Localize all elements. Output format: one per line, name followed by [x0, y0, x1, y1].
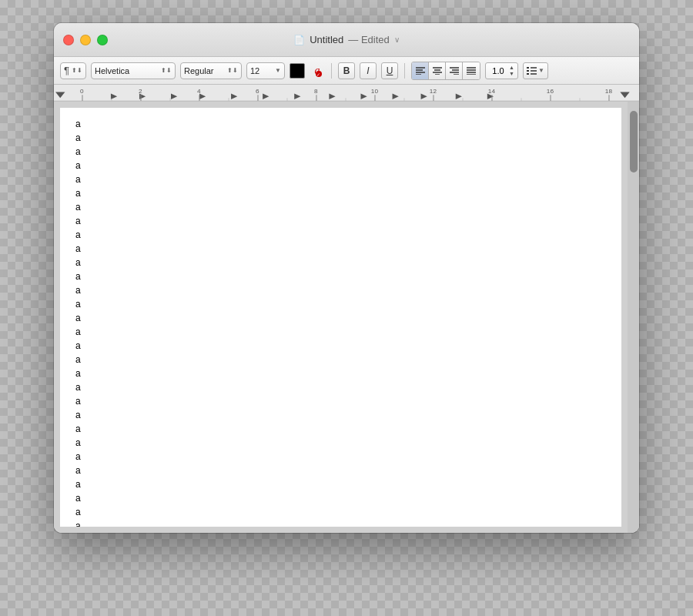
svg-marker-26	[171, 93, 177, 99]
italic-button[interactable]: I	[360, 62, 377, 79]
text-line: a	[75, 256, 606, 270]
text-line: a	[75, 172, 606, 186]
align-right-button[interactable]	[446, 62, 463, 79]
app-window: 📄 Untitled — Edited ∨ ¶ ⬆⬇ Helvetica ⬆⬇ …	[54, 23, 639, 533]
text-line: a	[75, 505, 606, 519]
svg-text:18: 18	[605, 89, 613, 95]
document-area: aaaaaaaaaaaaaaaaaaaaaaaaaaaaaa	[54, 102, 639, 533]
edited-label: — Edited	[348, 34, 389, 45]
font-name-label: Helvetica	[95, 66, 159, 75]
bold-button[interactable]: B	[338, 62, 355, 79]
spacing-arrows: ▲ ▼	[509, 65, 514, 76]
align-justify-button[interactable]	[463, 62, 480, 79]
align-left-button[interactable]	[412, 62, 429, 79]
svg-text:6: 6	[256, 89, 259, 95]
svg-text:0: 0	[80, 89, 84, 95]
text-line: a	[75, 477, 606, 491]
list-icon	[527, 67, 537, 75]
list-button[interactable]: ▼	[523, 62, 548, 79]
scrollbar-thumb[interactable]	[630, 111, 638, 172]
font-size-arrow-icon: ▼	[275, 67, 281, 74]
font-name-select[interactable]: Helvetica ⬆⬇	[91, 62, 176, 79]
scrollbar-track	[629, 103, 638, 531]
font-name-arrow-icon: ⬆⬇	[161, 67, 172, 74]
ruler: 0 2 4 6 8 10 12 14 16 18	[54, 85, 639, 102]
text-line: a	[75, 325, 606, 339]
spacing-up-icon[interactable]: ▲	[509, 65, 514, 70]
paragraph-mark: ¶	[64, 65, 70, 76]
close-button[interactable]	[63, 35, 74, 45]
title-chevron-icon[interactable]: ∨	[394, 35, 400, 44]
svg-marker-30	[294, 93, 300, 99]
font-style-select[interactable]: Regular ⬆⬇	[180, 62, 242, 79]
svg-text:12: 12	[430, 89, 437, 95]
toolbar-divider-1	[331, 63, 332, 79]
svg-text:2: 2	[139, 89, 142, 95]
list-arrow-icon[interactable]: ▼	[538, 67, 544, 74]
text-line: a	[75, 464, 606, 477]
svg-marker-28	[231, 93, 237, 99]
svg-text:8: 8	[314, 89, 318, 95]
document-page[interactable]: aaaaaaaaaaaaaaaaaaaaaaaaaaaaaa	[60, 108, 621, 527]
traffic-lights	[63, 35, 108, 45]
title-content: 📄 Untitled — Edited ∨	[293, 34, 400, 45]
font-style-label: Regular	[184, 66, 226, 75]
svg-marker-34	[421, 93, 427, 99]
svg-marker-29	[263, 93, 269, 99]
text-line: a	[75, 339, 606, 353]
text-line: a	[75, 353, 606, 367]
text-line: a	[75, 186, 606, 200]
text-line: a	[75, 228, 606, 242]
text-line: a	[75, 519, 606, 527]
text-line: a	[75, 145, 606, 159]
toolbar-divider-2	[404, 63, 405, 79]
text-line: a	[75, 270, 606, 283]
text-line: a	[75, 380, 606, 394]
svg-marker-23	[620, 92, 629, 99]
text-line: a	[75, 311, 606, 325]
svg-rect-20	[527, 73, 529, 75]
paragraph-style-select[interactable]: ¶ ⬆⬇	[60, 62, 86, 79]
svg-text:4: 4	[197, 89, 201, 95]
svg-marker-22	[55, 92, 65, 99]
maximize-button[interactable]	[97, 35, 108, 45]
text-line: a	[75, 450, 606, 464]
svg-rect-18	[527, 70, 529, 72]
text-line: a	[75, 436, 606, 450]
align-center-button[interactable]	[429, 62, 446, 79]
text-line: a	[75, 214, 606, 228]
svg-rect-16	[527, 67, 529, 69]
spacing-down-icon[interactable]: ▼	[509, 71, 514, 76]
spacing-value-label: 1.0	[489, 66, 507, 75]
text-line: a	[75, 242, 606, 256]
title-bar: 📄 Untitled — Edited ∨	[54, 23, 639, 57]
text-line: a	[75, 491, 606, 505]
window-title: Untitled	[310, 34, 343, 45]
text-line: a	[75, 131, 606, 145]
minimize-button[interactable]	[80, 35, 91, 45]
toolbar: ¶ ⬆⬇ Helvetica ⬆⬇ Regular ⬆⬇ 12 ▼ a ✓	[54, 57, 639, 85]
text-color-picker[interactable]	[290, 63, 305, 79]
ruler-svg: 0 2 4 6 8 10 12 14 16 18	[54, 85, 639, 101]
text-line: a	[75, 394, 606, 408]
page-text: aaaaaaaaaaaaaaaaaaaaaaaaaaaaaa	[75, 117, 606, 527]
scrollbar[interactable]	[628, 102, 639, 533]
text-line: a	[75, 283, 606, 297]
paragraph-select-arrow-icon: ⬆⬇	[72, 67, 82, 74]
document-icon: 📄	[293, 35, 305, 45]
svg-text:16: 16	[547, 89, 554, 95]
font-size-label: 12	[250, 66, 273, 75]
font-style-arrow-icon: ⬆⬇	[227, 67, 238, 74]
text-line: a	[75, 297, 606, 311]
font-size-select[interactable]: 12 ▼	[246, 62, 285, 79]
text-line: a	[75, 159, 606, 172]
svg-marker-32	[360, 93, 367, 99]
line-spacing-control[interactable]: 1.0 ▲ ▼	[485, 62, 518, 79]
document-content: aaaaaaaaaaaaaaaaaaaaaaaaaaaaaa	[54, 102, 628, 533]
text-line: a	[75, 200, 606, 214]
spell-check-icon: a ✓	[315, 64, 320, 77]
underline-button[interactable]: U	[381, 62, 398, 79]
text-line: a	[75, 422, 606, 436]
svg-marker-31	[329, 93, 335, 99]
spell-check-button[interactable]: a ✓	[310, 63, 325, 79]
